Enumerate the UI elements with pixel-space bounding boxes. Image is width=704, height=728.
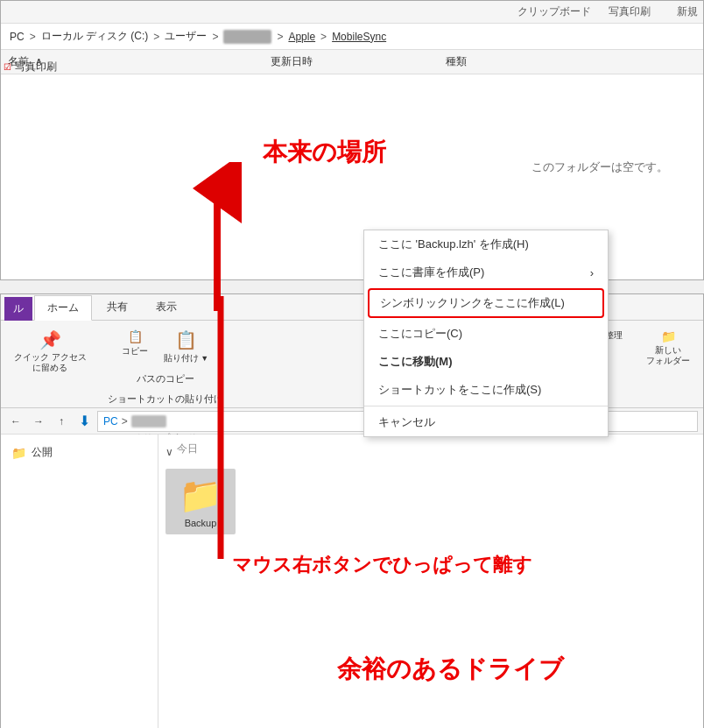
context-menu: ここに 'Backup.lzh' を作成(H) ここに書庫を作成(P) › シン… — [363, 230, 609, 437]
sep2: > — [153, 31, 159, 43]
copy-button[interactable]: 📋 コピー — [116, 326, 154, 368]
today-label: 今日 — [177, 442, 198, 456]
sep3: > — [212, 31, 218, 43]
paste-label: 貼り付け ▼ — [164, 352, 208, 364]
up-icon: ↑ — [59, 415, 64, 428]
forward-icon: → — [33, 415, 44, 428]
context-create-archive[interactable]: ここに書庫を作成(P) › — [364, 258, 608, 286]
tab-view[interactable]: 表示 — [143, 294, 190, 320]
left-nav-label: ☑ 写真印刷 — [4, 60, 57, 74]
sidebar-item-public[interactable]: 📁 公開 — [1, 442, 158, 463]
pin-quick-access-button[interactable]: 📌 クイック アクセスに留める — [8, 326, 93, 377]
tab-share[interactable]: 共有 — [94, 294, 141, 320]
shortcut-paste-button[interactable]: ショートカットの貼り付け — [102, 390, 229, 408]
column-headers: 名前 ∧ 更新日時 種類 — [1, 50, 703, 74]
nav-pc-label[interactable]: PC — [103, 415, 118, 428]
context-create-symlink[interactable]: シンボリックリンクをここに作成(L) — [368, 288, 604, 318]
pin-icon: 📌 — [39, 329, 61, 350]
back-icon: ← — [11, 415, 21, 428]
copy-icon: 📋 — [128, 329, 143, 343]
organize-section: 整理 📁 新しいフォルダー — [595, 326, 696, 370]
chevron-icon: ∨ — [165, 446, 173, 458]
paste-icon: 📋 — [175, 329, 197, 350]
bottom-sidebar: 📁 公開 — [1, 435, 158, 728]
shortcut-paste-label: ショートカットの貼り付け — [108, 392, 223, 406]
pin-label: クイック アクセスに留める — [14, 352, 87, 373]
annotation-drag-instruction: マウス右ボタンでひっぱって離す — [232, 552, 532, 578]
checkbox-icon: ☑ — [4, 62, 11, 72]
context-cancel[interactable]: キャンセル — [364, 408, 608, 436]
backup-folder-label: Backup — [185, 518, 217, 528]
copy-label: コピー — [122, 345, 148, 357]
tab-purple[interactable]: ル — [4, 297, 32, 321]
context-move-here[interactable]: ここに移動(M) — [364, 348, 608, 376]
breadcrumb-local-disk[interactable]: ローカル ディスク (C:) — [41, 29, 149, 44]
sep1: > — [30, 31, 36, 43]
red-arrow-annotation — [191, 162, 261, 320]
col-date-header[interactable]: 更新日時 — [271, 54, 446, 69]
paste-arrow: ▼ — [201, 354, 208, 363]
user-name-blurred — [223, 30, 271, 44]
context-create-shortcut[interactable]: ショートカットをここに作成(S) — [364, 376, 608, 404]
annotation-spacious-drive: 余裕のあるドライブ — [337, 653, 564, 686]
submenu-arrow-1: › — [590, 266, 594, 279]
public-label: 公開 — [32, 445, 53, 460]
breadcrumb-users[interactable]: ユーザー — [165, 29, 207, 44]
forward-button[interactable]: → — [29, 412, 48, 431]
back-button[interactable]: ← — [6, 412, 25, 431]
red-line-down — [216, 296, 225, 559]
new-folder-icon: 📁 — [661, 329, 676, 343]
context-create-backup-lzh[interactable]: ここに 'Backup.lzh' を作成(H) — [364, 230, 608, 258]
download-icon: ⬇ — [79, 413, 90, 429]
public-folder-icon: 📁 — [11, 446, 26, 460]
new-folder-label: 新しいフォルダー — [646, 345, 690, 366]
new-label: 新規 — [677, 4, 698, 19]
path-copy-button[interactable]: パスのコピー — [130, 370, 201, 388]
new-folder-button[interactable]: 📁 新しいフォルダー — [640, 326, 696, 370]
nav-blurred — [131, 415, 166, 428]
tab-home[interactable]: ホーム — [34, 295, 92, 321]
annotation-original-place: 本来の場所 — [263, 136, 386, 169]
col-type-header[interactable]: 種類 — [446, 54, 696, 69]
paste-button[interactable]: 📋 貼り付け ▼ — [158, 326, 215, 368]
left-nav-text: 写真印刷 — [15, 60, 57, 74]
up-button[interactable]: ↑ — [52, 412, 71, 431]
sep4: > — [277, 31, 283, 43]
nav-sep: > — [122, 415, 128, 428]
breadcrumb-pc[interactable]: PC — [10, 31, 25, 43]
backup-folder-item[interactable]: 📁 Backup — [165, 469, 236, 534]
download-nav-icon: ⬇ — [74, 412, 94, 431]
context-menu-separator — [364, 406, 608, 406]
path-copy-label: パスのコピー — [137, 372, 194, 385]
context-copy-here[interactable]: ここにコピー(C) — [364, 320, 608, 348]
today-section: ∨ 今日 — [165, 442, 696, 462]
breadcrumb-bar[interactable]: PC > ローカル ディスク (C:) > ユーザー > > Apple > M… — [1, 24, 703, 50]
clipboard-label: クリップボード — [517, 4, 591, 19]
organize-label: 写真印刷 — [609, 4, 651, 19]
sep5: > — [320, 31, 327, 43]
breadcrumb-apple[interactable]: Apple — [288, 31, 315, 43]
top-toolbar: クリップボード 写真印刷 新規 — [1, 1, 703, 24]
breadcrumb-mobilesync[interactable]: MobileSync — [332, 31, 386, 43]
empty-folder-text: このフォルダーは空です。 — [532, 159, 668, 175]
